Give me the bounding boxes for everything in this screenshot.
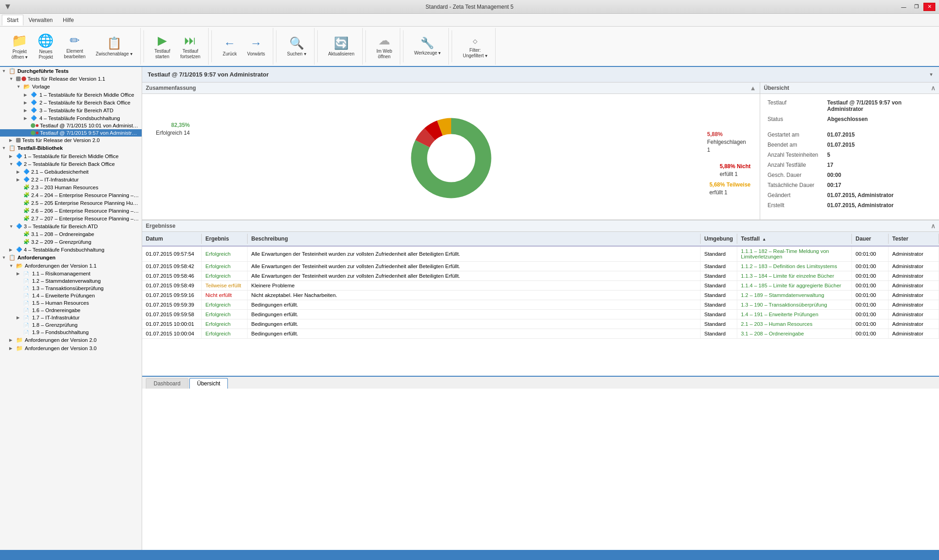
table-row[interactable]: 01.07.2015 09:57:54ErfolgreichAlle Erwar… bbox=[142, 247, 939, 262]
sidebar-section-anforderungen[interactable]: ▼ 📋 Anforderungen bbox=[0, 253, 142, 262]
forward-button[interactable]: → Vorwärts bbox=[243, 31, 269, 62]
table-cell: Administrator bbox=[889, 329, 939, 338]
expand-icon bbox=[17, 201, 22, 205]
sidebar-item-vorlage[interactable]: ▼ 📂 Vorlage bbox=[0, 82, 142, 91]
sidebar-item-test-1[interactable]: ▶ 🔷 1 – Testabläufe für Bereich Middle O… bbox=[0, 91, 142, 99]
sidebar-item-test-3[interactable]: ▶ 🔷 3 – Testabläufe für Bereich ATD bbox=[0, 106, 142, 114]
new-project-button[interactable]: 🌐 NeuesProjekt bbox=[33, 31, 58, 62]
sidebar-item-anf-1-1-1[interactable]: ▶ 📄 1.1 – Risikomanagement bbox=[0, 270, 142, 277]
sidebar-section-testfall-bibliothek[interactable]: ▼ 📋 Testfall-Bibliothek bbox=[0, 144, 142, 152]
search-button[interactable]: 🔍 Suchen ▾ bbox=[283, 31, 310, 62]
sidebar-item-tests-release-1-1[interactable]: ▼ Tests für Release der Version 1.1 bbox=[0, 75, 142, 82]
continue-test-button[interactable]: ⏭ Testlauffortsetzen bbox=[176, 31, 204, 62]
table-row[interactable]: 01.07.2015 09:58:49Teilweise erfülltKlei… bbox=[142, 281, 939, 291]
sidebar-item-tf-2-5[interactable]: 🧩 2.5 – 205 Enterprise Resource Planning… bbox=[0, 199, 142, 207]
sidebar-item-anf-3-0[interactable]: ▶ 📁 Anforderungen der Version 3.0 bbox=[0, 344, 142, 352]
menu-item-verwalten[interactable]: Verwalten bbox=[23, 15, 58, 26]
sidebar-section-durchgefuehrte-tests[interactable]: ▼ 📋 Durchgeführte Tests bbox=[0, 67, 142, 75]
sidebar-item-anf-1-2[interactable]: 📄 1.2 – Stammdatenverwaltung bbox=[0, 277, 142, 285]
expand-icon: ▶ bbox=[24, 100, 29, 105]
table-cell: 00:01:00 bbox=[852, 300, 889, 309]
overview-spacer bbox=[768, 126, 932, 132]
sidebar-item-anf-1-3[interactable]: 📄 1.3 – Transaktionsüberprüfung bbox=[0, 285, 142, 292]
maximize-button[interactable]: ❐ bbox=[911, 3, 922, 11]
table-row[interactable]: 01.07.2015 10:00:04ErfolgreichBedingunge… bbox=[142, 329, 939, 339]
sidebar-item-test-4[interactable]: ▶ 🔷 4 – Testabläufe Fondsbuchhaltung bbox=[0, 114, 142, 122]
sidebar-item-tf-4[interactable]: ▶ 🔷 4 – Testabläufe Fondsbuchhaltung bbox=[0, 246, 142, 253]
back-button[interactable]: ← Zurück bbox=[218, 31, 241, 62]
summary-scroll-up-button[interactable]: ▲ bbox=[750, 84, 756, 92]
tab-dashboard[interactable]: Dashboard bbox=[146, 378, 188, 389]
section-icon: 📋 bbox=[9, 68, 16, 74]
table-cell: 01.07.2015 10:00:04 bbox=[142, 329, 202, 338]
sidebar-item-tf-2[interactable]: ▼ 🔷 2 – Testabläufe für Bereich Back Off… bbox=[0, 160, 142, 168]
sidebar-item-anf-1-5[interactable]: 📄 1.5 – Human Resources bbox=[0, 299, 142, 307]
col-header-umgebung[interactable]: Umgebung bbox=[701, 234, 737, 244]
overview-row-testeinheiten: Anzahl Testeinheiten 5 bbox=[768, 152, 932, 158]
minimize-button[interactable]: — bbox=[898, 3, 910, 11]
sidebar-item-tf-2-4[interactable]: 🧩 2.4 – 204 – Enterprise Resource Planni… bbox=[0, 191, 142, 199]
sidebar-item-anf-1-8[interactable]: 📄 1.8 – Grenzprüfung bbox=[0, 321, 142, 329]
table-row[interactable]: 01.07.2015 09:59:58ErfolgreichBedingunge… bbox=[142, 310, 939, 319]
menu-item-start[interactable]: Start bbox=[2, 15, 23, 26]
sidebar-item-tf-3-1[interactable]: 🧩 3.1 – 208 – Ordnereingabe bbox=[0, 230, 142, 238]
sidebar-item-anf-1-1[interactable]: ▼ 📂 Anforderungen der Version 1.1 bbox=[0, 262, 142, 270]
open-web-button[interactable]: ☁ Im Weböffnen bbox=[372, 31, 396, 62]
sidebar-item-tf-2-6[interactable]: 🧩 2.6 – 206 – Enterprise Resoruce Planni… bbox=[0, 207, 142, 214]
table-row[interactable]: 01.07.2015 10:00:01ErfolgreichBedingunge… bbox=[142, 319, 939, 329]
table-cell: Administrator bbox=[889, 271, 939, 280]
sidebar-item-tf-3-2[interactable]: 🧩 3.2 – 209 – Grenzprüfung bbox=[0, 238, 142, 246]
tab-uebersicht[interactable]: Übersicht bbox=[189, 378, 228, 389]
chart-label-teilweise-erfuellt: 5,68% Teilweise erfüllt 1 bbox=[709, 181, 751, 197]
req-icon: 📄 bbox=[23, 308, 31, 313]
col-header-beschreibung[interactable]: Beschreibung bbox=[248, 234, 701, 244]
system-menu-icon[interactable]: ▼ bbox=[4, 2, 12, 11]
sidebar-item-testlauf-1001[interactable]: Testlauf @ 7/1/2015 10:01 von Administra… bbox=[0, 122, 142, 129]
tools-button[interactable]: 🔧 Werkzeuge ▾ bbox=[410, 31, 445, 62]
start-test-button[interactable]: ▶ Testlaufstarten bbox=[150, 31, 174, 62]
dropdown-arrow-icon[interactable]: ▼ bbox=[929, 72, 933, 77]
col-header-dauer[interactable]: Dauer bbox=[852, 234, 889, 244]
close-button[interactable]: ✕ bbox=[923, 3, 935, 11]
sidebar-item-test-2[interactable]: ▶ 🔷 2 – Testabläufe für Bereich Back Off… bbox=[0, 99, 142, 106]
col-header-tester[interactable]: Tester bbox=[889, 234, 939, 244]
sidebar-item-tf-2-1[interactable]: ▶ 🔷 2.1 – Gebäudesicherheit bbox=[0, 168, 142, 176]
table-row[interactable]: 01.07.2015 09:59:39ErfolgreichBedingunge… bbox=[142, 300, 939, 310]
ribbon-group-search: 🔍 Suchen ▾ bbox=[279, 28, 315, 65]
refresh-button[interactable]: 🔄 Aktualisieren bbox=[324, 31, 359, 62]
overview-collapse-button[interactable]: ∧ bbox=[931, 84, 935, 92]
tree-item-label: 3.1 – 208 – Ordnereingabe bbox=[31, 231, 94, 237]
sidebar-item-anf-1-4[interactable]: 📄 1.4 – Erweiterte Prüfungen bbox=[0, 292, 142, 299]
req-icon: 📄 bbox=[23, 293, 31, 298]
col-header-datum[interactable]: Datum bbox=[142, 234, 202, 244]
menu-item-hilfe[interactable]: Hilfe bbox=[58, 15, 79, 26]
sidebar-item-anf-1-6[interactable]: 📄 1.6 – Ordnereingabe bbox=[0, 307, 142, 314]
sidebar-item-tests-release-2-0[interactable]: ▶ Tests für Release der Version 2.0 bbox=[0, 137, 142, 144]
tree-item-label: Anforderungen der Version 2.0 bbox=[25, 337, 97, 343]
tree-item-label: 1.8 – Grenzprüfung bbox=[32, 322, 77, 328]
edit-element-label: Elementbearbeiten bbox=[64, 49, 85, 60]
sidebar-item-anf-1-7[interactable]: ▶ 📄 1.7 – IT-Infrastruktur bbox=[0, 314, 142, 321]
table-row[interactable]: 01.07.2015 09:59:16Nicht erfülltNicht ak… bbox=[142, 291, 939, 300]
clipboard-button[interactable]: 📋 Zwischenablage ▾ bbox=[92, 31, 137, 62]
sidebar-item-tf-2-2[interactable]: ▶ 🔷 2.2 – IT-Infrastruktur bbox=[0, 176, 142, 183]
sidebar-item-tf-3[interactable]: ▼ 🔷 3 – Testabläufe für Bereich ATD bbox=[0, 222, 142, 230]
sidebar-item-testlauf-957[interactable]: Testlauf @ 7/1/2015 9:57 von Administrat… bbox=[0, 129, 142, 137]
expand-icon bbox=[17, 232, 22, 236]
col-header-ergebnis[interactable]: Ergebnis bbox=[202, 234, 248, 244]
sidebar-item-tf-2-7[interactable]: 🧩 2.7 – 207 – Enterprise Resource Planni… bbox=[0, 214, 142, 222]
col-header-testfall[interactable]: Testfall ▲ bbox=[737, 234, 852, 244]
sidebar-item-anf-2-0[interactable]: ▶ 📁 Anforderungen der Version 2.0 bbox=[0, 336, 142, 344]
results-collapse-button[interactable]: ∧ bbox=[931, 222, 935, 230]
sidebar-item-tf-1[interactable]: ▶ 🔷 1 – Testabläufe für Bereich Middle O… bbox=[0, 152, 142, 160]
open-project-button[interactable]: 📁 Projektöffnen ▾ bbox=[7, 31, 32, 62]
ribbon-separator-4 bbox=[317, 30, 318, 62]
filter-button[interactable]: ⬦ Filter:Ungefiltert ▾ bbox=[458, 31, 491, 62]
sidebar-item-tf-2-3[interactable]: 🧩 2.3 – 203 Human Resources bbox=[0, 183, 142, 191]
table-cell: 00:01:00 bbox=[852, 262, 889, 271]
sidebar-item-anf-1-9[interactable]: 📄 1.9 – Fondsbuchhaltung bbox=[0, 329, 142, 336]
table-row[interactable]: 01.07.2015 09:58:42ErfolgreichAlle Erwar… bbox=[142, 262, 939, 271]
table-row[interactable]: 01.07.2015 09:58:46ErfolgreichAlle Erwar… bbox=[142, 271, 939, 281]
ribbon-group-refresh: 🔄 Aktualisieren bbox=[320, 28, 363, 65]
edit-element-button[interactable]: ✏ Elementbearbeiten bbox=[60, 31, 89, 62]
